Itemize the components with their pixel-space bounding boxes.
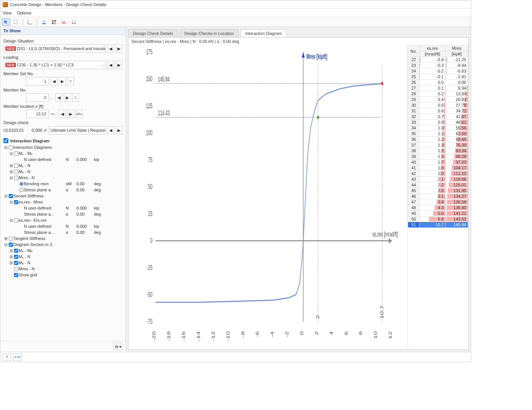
svg-text:-20: -20 [152,331,156,341]
svg-text:8: 8 [359,331,363,335]
svg-text:4: 4 [329,331,334,335]
menu-options[interactable]: Options [17,11,32,15]
svg-text:2: 2 [315,331,319,335]
svg-text:-12: -12 [211,331,215,341]
tree-item[interactable]: Mres - N [3,266,122,272]
sidebar: To Show Design Situation ULS DS1 - ULS (… [0,27,126,352]
pick-member-button[interactable]: ↖ [72,93,79,102]
svg-text:50: 50 [148,183,152,191]
design-situation-combo[interactable]: ULS DS1 - ULS (STR/GEO) - Permanent and … [3,44,106,53]
svg-point-53 [381,82,383,85]
tree-item[interactable]: ⊞Tangent Stiffness [3,235,122,241]
next-loading-button[interactable]: ▶ [116,61,122,69]
tab-interaction-diagram[interactable]: Interaction Diagram [240,29,287,37]
tree-item[interactable]: ⊞Mᵧ - N [3,254,122,260]
tree-item[interactable]: ⊟Mres - N [3,175,122,181]
coord-icon[interactable] [26,18,34,26]
tree-item[interactable]: Bending monαM0.00deg [3,181,122,187]
help-button[interactable]: ? [3,353,11,361]
tree-item[interactable]: ⊞Mᵧ - N [3,162,122,169]
svg-rect-4 [52,22,54,24]
sidebar-header: To Show [0,27,125,35]
tree-item[interactable]: ⊟κs,res - Mres [3,199,122,205]
next-loc-button[interactable]: ▶ [67,110,74,118]
svg-text:10.7: 10.7 [380,305,384,319]
member-no-input[interactable]: 2 [26,93,49,102]
tree-item[interactable]: ⊟κs,res - EIs,res [3,217,122,223]
tab-design-checks-location[interactable]: Design Checks in Location [179,29,239,37]
interaction-diagram-label: Interaction Diagram [10,139,49,143]
svg-text:175: 175 [146,48,152,56]
tree-item[interactable]: N user-definedN0.000kip [3,223,122,229]
tree-item[interactable]: N user-definedN0.000kip [3,156,122,162]
prev-check-button[interactable]: ◀ [107,126,114,134]
svg-text:-75: -75 [147,318,152,325]
member-no-label: Member No. [3,88,122,92]
next-memberset-button[interactable]: ▶ [59,77,66,85]
tabs: Design Check Details Design Checks in Lo… [126,27,471,37]
loading-combo[interactable]: ULS CO6 - 1.35 * LC1 + 1.50 * LC3 ⌵ [3,61,106,69]
svg-rect-0 [14,20,17,23]
tree-item[interactable]: N user-definedN0.000kip [3,205,122,211]
prev-loc-button[interactable]: ◀ [59,110,66,118]
cursor-icon[interactable] [2,18,10,26]
svg-text:2: 2 [316,315,320,319]
design-situation-label: Design Situation [3,39,122,43]
svg-rect-2 [52,20,54,21]
tree-item[interactable]: Show grid [3,272,122,278]
svg-text:12: 12 [388,331,393,339]
tree-item[interactable]: Stress plane aα0.00deg [3,187,122,193]
point-load-icon[interactable] [40,18,48,26]
svg-text:-6: -6 [255,331,260,337]
diagram-tree[interactable]: ⊟Interaction Diagrams⊟Mᵧ - M₂N user-defi… [3,144,122,278]
next-button[interactable]: ▶ [116,44,122,53]
prev-memberset-button[interactable]: ◀ [51,77,57,85]
member-loc-input[interactable]: 13.12 [26,110,49,118]
svg-rect-5 [54,22,56,24]
load-pair-icon[interactable] [70,18,78,26]
svg-text:0: 0 [300,331,304,335]
prev-loading-button[interactable]: ◀ [107,61,114,69]
chart: -75-50-250255075100125150175-20-18-16-14… [128,45,407,349]
svg-text:-10: -10 [226,331,230,341]
window-title: Concrete Design - Members - Design Check… [10,2,106,7]
design-check-ratio: 0.000 [27,128,42,132]
svg-text:-18: -18 [167,331,171,341]
pick-memberset-button[interactable]: ↖ [67,77,74,85]
next-member-button[interactable]: ▶ [64,93,71,102]
design-check-combo[interactable]: Ultimate Limit State | Required... ⌵ [49,126,106,134]
tree-item[interactable]: ⊟Secant Stiffness [3,193,122,199]
tab-design-check-details[interactable]: Design Check Details [128,29,178,37]
tree-item[interactable]: ⊟Interaction Diagrams [3,144,122,150]
member-set-input[interactable]: 1 [26,77,49,85]
tree-item[interactable]: ⊟Mᵧ - M₂ [3,150,122,156]
data-table[interactable]: No.κs,resMres[mrad/ft][kipft]22-0.4-11.2… [407,45,468,349]
app-icon [3,2,8,7]
tree-item[interactable]: ⊞Mᵧ - M₂ [3,248,122,254]
svg-text:6: 6 [344,331,348,335]
next-check-button[interactable]: ▶ [116,126,122,134]
svg-point-54 [317,116,319,119]
menu-view[interactable]: View [3,11,12,15]
prev-button[interactable]: ◀ [107,44,114,53]
print-button[interactable]: ▾ [113,343,122,350]
tree-item[interactable]: Stress plane a...α0.00deg [3,211,122,217]
select-icon[interactable] [12,18,20,26]
svg-text:-2: -2 [285,331,289,337]
member-loc-label: Member location x [ft] [3,104,122,109]
interaction-diagram-checkbox[interactable] [3,138,8,143]
prev-member-button[interactable]: ◀ [55,93,62,102]
svg-rect-1 [42,23,46,24]
tree-item[interactable]: Stress plane a...α0.00deg [3,229,122,235]
svg-text:145.84: 145.84 [158,76,169,83]
svg-text:10: 10 [374,331,378,339]
svg-text:125: 125 [146,102,152,110]
color-icon[interactable] [50,18,58,26]
units-button[interactable]: 0,00 [13,353,22,361]
tree-item[interactable]: ⊟Diagram Section in 3 [3,241,122,248]
tree-item[interactable]: ⊞M₂ - N [3,260,122,266]
tree-item[interactable]: ⊞M₂ - N [3,169,122,175]
loc-ratio-button[interactable]: x/x₀ [76,110,82,118]
menu-bar: View Options [0,9,471,17]
distributed-load-icon[interactable] [60,18,68,26]
